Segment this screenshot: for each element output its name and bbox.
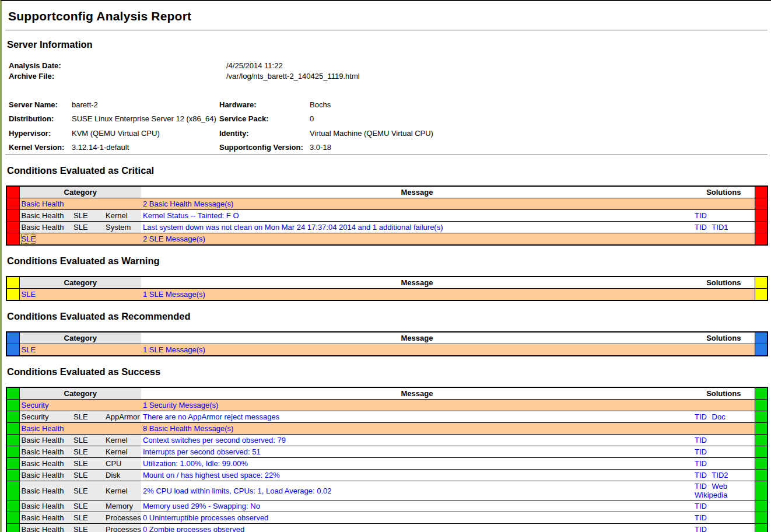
- category-group-link[interactable]: SLE: [22, 345, 36, 354]
- group-message-link[interactable]: 8 Basic Health Message(s): [143, 424, 233, 433]
- solution-link[interactable]: TID1: [712, 223, 728, 232]
- category-cell: Basic Health: [19, 512, 72, 524]
- severity-strip-success: [6, 423, 19, 435]
- group-message-link[interactable]: 1 SLE Message(s): [143, 345, 205, 354]
- message-cell: There are no AppArmor reject messages: [141, 411, 693, 423]
- solutions-cell: TID TID1: [693, 222, 755, 233]
- category-group-link[interactable]: Basic Health: [22, 200, 64, 208]
- category-cell: Basic Health: [19, 222, 72, 233]
- severity-strip-success: [755, 411, 768, 423]
- message-link[interactable]: 0 Zombie processes observed: [143, 525, 244, 532]
- condition-row: Basic HealthSLEKernelKernel Status -- Ta…: [6, 210, 768, 222]
- severity-strip-success: [6, 411, 19, 423]
- message-cell: Last system down was not clean on Mon Ma…: [141, 222, 693, 233]
- kernel-version-value: 3.12.14-1-default: [72, 141, 219, 155]
- service-pack-label: Service Pack:: [219, 112, 310, 127]
- group-category-cell: SLE: [19, 233, 141, 246]
- message-link[interactable]: There are no AppArmor reject messages: [143, 412, 279, 421]
- solution-link[interactable]: TID: [695, 447, 707, 456]
- solution-link[interactable]: TID: [695, 502, 707, 510]
- component-cell: Kernel: [104, 481, 141, 501]
- severity-strip-success: [6, 458, 19, 470]
- severity-strip-success: [755, 423, 768, 435]
- group-category-cell: Basic Health: [19, 423, 141, 435]
- solution-link[interactable]: TID: [695, 482, 707, 491]
- solution-link[interactable]: Doc: [712, 412, 726, 421]
- category-group-link[interactable]: Security: [22, 401, 49, 410]
- group-category-cell: Security: [19, 400, 141, 411]
- group-message-cell: 1 Security Message(s): [141, 400, 693, 411]
- condition-row: Basic HealthSLESystemLast system down wa…: [6, 222, 768, 233]
- group-message-link[interactable]: 1 SLE Message(s): [143, 290, 205, 299]
- server-name-value: barett-2: [72, 97, 219, 112]
- solutions-column-header: Solutions: [693, 186, 755, 198]
- message-link[interactable]: Utilization: 1.00%, Idle: 99.00%: [143, 459, 248, 468]
- message-column-header: Message: [141, 186, 693, 198]
- solution-link[interactable]: TID: [695, 459, 707, 468]
- solution-link[interactable]: TID: [695, 525, 707, 532]
- server-details-row: Hypervisor: KVM (QEMU Virtual CPU) Ident…: [9, 126, 433, 141]
- severity-strip-success: [755, 524, 768, 532]
- component-cell: Memory: [104, 501, 141, 512]
- component-cell: Processes: [104, 512, 141, 524]
- distro-cell: SLE: [72, 210, 104, 222]
- message-link[interactable]: Last system down was not clean on Mon Ma…: [143, 223, 443, 232]
- solution-link[interactable]: TID: [695, 211, 707, 220]
- conditions-table-critical: CategoryMessageSolutionsBasic Health2 Ba…: [6, 186, 768, 246]
- solution-link[interactable]: TID2: [712, 471, 728, 480]
- severity-strip-success: [6, 501, 19, 512]
- group-message-cell: 8 Basic Health Message(s): [141, 423, 693, 435]
- solutions-cell: TID: [693, 446, 755, 458]
- severity-strip-recommended: [755, 332, 768, 344]
- severity-strip-critical: [755, 186, 768, 198]
- solution-link[interactable]: TID: [695, 223, 707, 232]
- category-group-row: Basic Health2 Basic Health Message(s): [6, 198, 768, 210]
- severity-strip-critical: [755, 198, 768, 210]
- message-link[interactable]: Kernel Status -- Tainted: F O: [143, 211, 239, 220]
- distro-cell: SLE: [72, 524, 104, 532]
- message-link[interactable]: Context switches per second observed: 79: [143, 436, 286, 444]
- supportconfig-version-value: 3.0-18: [310, 141, 433, 155]
- distro-cell: SLE: [72, 435, 104, 446]
- category-group-link[interactable]: SLE: [22, 290, 36, 299]
- component-cell: Kernel: [104, 435, 141, 446]
- message-link[interactable]: Memory used 29% - Swapping: No: [143, 502, 260, 510]
- group-message-link[interactable]: 2 SLE Message(s): [143, 235, 205, 243]
- group-message-link[interactable]: 2 Basic Health Message(s): [143, 200, 233, 208]
- message-link[interactable]: Interrupts per second observed: 51: [143, 447, 261, 456]
- solution-link[interactable]: TID: [695, 436, 707, 444]
- solution-link[interactable]: TID: [695, 513, 707, 522]
- message-link[interactable]: 2% CPU load within limits, CPUs: 1, Load…: [143, 487, 331, 495]
- analysis-meta-block: Analysis Date:/4/25/2014 11:22 Archive F…: [9, 61, 768, 81]
- solution-link[interactable]: TID: [695, 412, 707, 421]
- component-cell: Disk: [104, 470, 141, 481]
- severity-strip-success: [6, 400, 19, 411]
- solutions-cell: TID: [693, 524, 755, 532]
- component-cell: CPU: [104, 458, 141, 470]
- category-group-link[interactable]: Basic Health: [22, 424, 64, 433]
- group-message-link[interactable]: 1 Security Message(s): [143, 401, 218, 410]
- solution-link[interactable]: TID: [695, 471, 707, 480]
- distro-cell: SLE: [72, 470, 104, 481]
- solutions-cell: TID Doc: [693, 411, 755, 423]
- category-cell: Basic Health: [19, 470, 72, 481]
- solution-link[interactable]: Web: [712, 482, 728, 491]
- service-pack-value: 0: [310, 112, 433, 127]
- severity-strip-critical: [6, 198, 19, 210]
- severity-strip-warning: [6, 276, 19, 289]
- server-info-divider: [5, 155, 768, 155]
- message-cell: 0 Uninterruptible processes observed: [141, 512, 693, 524]
- severity-strip-recommended: [6, 344, 19, 356]
- category-group-link[interactable]: SLE: [22, 235, 36, 243]
- distribution-label: Distribution:: [9, 112, 72, 127]
- category-cell: Security: [19, 411, 72, 423]
- severity-strip-recommended: [6, 332, 19, 344]
- severity-strip-success: [6, 435, 19, 446]
- message-link[interactable]: Mount on / has highest used space: 22%: [143, 471, 280, 480]
- component-cell: Kernel: [104, 210, 141, 222]
- group-solutions-cell: [693, 289, 755, 301]
- conditions-header-row: CategoryMessageSolutions: [6, 186, 768, 198]
- solution-link[interactable]: Wikipedia: [695, 491, 727, 499]
- message-link[interactable]: 0 Uninterruptible processes observed: [143, 513, 268, 522]
- group-solutions-cell: [693, 423, 755, 435]
